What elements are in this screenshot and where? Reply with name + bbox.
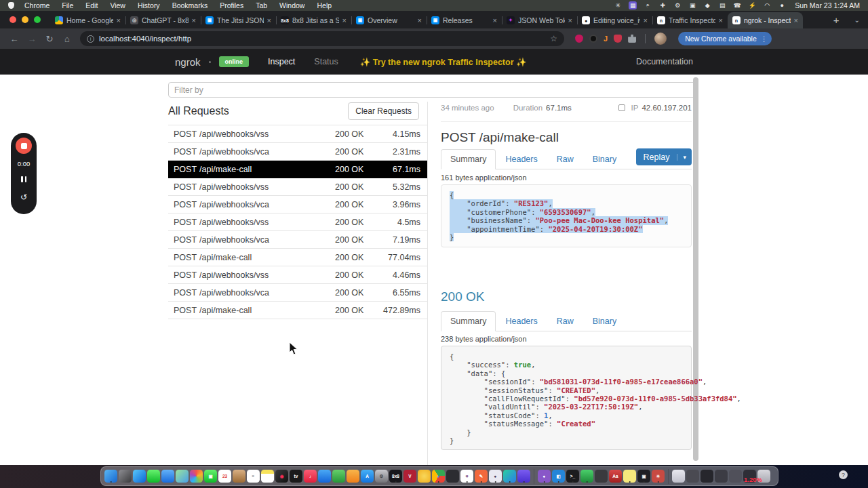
- pen-app-dock-icon[interactable]: ✎: [475, 470, 488, 483]
- launchpad-dock-icon[interactable]: [119, 470, 132, 483]
- cube-app-dock-icon[interactable]: ▣: [637, 470, 650, 483]
- bookmark-star-icon[interactable]: [550, 34, 557, 43]
- extension-shield-icon[interactable]: [614, 35, 622, 43]
- request-row[interactable]: POST /api/make-call 200 OK 472.89ms: [168, 302, 427, 319]
- browser-tab[interactable]: ▣ Overview: [351, 12, 427, 28]
- calendar-dock-icon[interactable]: 23: [218, 470, 231, 483]
- pages-dock-icon[interactable]: [347, 470, 359, 483]
- tab-close-icon[interactable]: [493, 17, 497, 24]
- menu-item[interactable]: Profiles: [214, 1, 250, 9]
- recorder-pause-button[interactable]: [21, 176, 26, 182]
- control-center-status-icon[interactable]: ●: [778, 1, 786, 9]
- maps-dock-icon[interactable]: [176, 470, 189, 483]
- replay-button[interactable]: Replay: [636, 148, 692, 165]
- browser-tab[interactable]: Home - Google D: [50, 12, 125, 28]
- request-row[interactable]: POST /api/webhooks/vca 200 OK 7.19ms: [168, 231, 427, 249]
- screen-share-status-icon[interactable]: ▦: [629, 1, 637, 9]
- fitness-dock-icon[interactable]: ◉: [275, 470, 288, 483]
- safari-dock-icon[interactable]: [133, 470, 146, 483]
- minimized-window-2-dock-icon[interactable]: [701, 470, 713, 483]
- facetime-dock-icon[interactable]: ▣: [204, 470, 217, 483]
- nav-status-link[interactable]: Status: [314, 57, 338, 66]
- browser-tab[interactable]: 8x8 8x8 Jitsi as a Ser: [276, 12, 351, 28]
- back-icon[interactable]: ←: [7, 34, 22, 44]
- terminal-dock-icon[interactable]: >_: [566, 470, 579, 483]
- forward-icon[interactable]: →: [24, 34, 39, 44]
- chrome-dock-icon[interactable]: ●: [432, 470, 445, 483]
- tab-close-icon[interactable]: [192, 17, 196, 24]
- minimize-window-button[interactable]: [22, 16, 28, 23]
- extensions-puzzle-icon[interactable]: [628, 35, 636, 43]
- tab-close-icon[interactable]: [568, 17, 572, 24]
- extension-j-icon[interactable]: J: [604, 35, 608, 43]
- numbers-dock-icon[interactable]: [332, 470, 345, 483]
- mail-dock-icon[interactable]: [161, 470, 174, 483]
- edge-dock-icon[interactable]: [503, 470, 516, 483]
- tab-close-icon[interactable]: [794, 17, 798, 24]
- music-dock-icon[interactable]: ♪: [304, 470, 317, 483]
- menu-item[interactable]: Help: [311, 1, 338, 9]
- traffic-inspector-promo-link[interactable]: ✨ Try the new ngrok Traffic Inspector ✨: [360, 57, 527, 67]
- menu-item[interactable]: Tab: [250, 1, 273, 9]
- request-row[interactable]: POST /api/webhooks/vss 200 OK 4.5ms: [168, 214, 427, 231]
- window-grid-status-icon[interactable]: ▤: [718, 1, 726, 9]
- tab-close-icon[interactable]: [719, 17, 723, 24]
- contacts-dock-icon[interactable]: [233, 470, 245, 483]
- apple-tv-dock-icon[interactable]: tv: [290, 470, 302, 483]
- maximize-window-button[interactable]: [34, 16, 41, 23]
- browser-tab[interactable]: ▣ Releases: [427, 12, 502, 28]
- screen-recorder-dock-icon[interactable]: ✳: [652, 470, 665, 483]
- diamond-status-icon[interactable]: ◆: [703, 1, 711, 9]
- request-detail-tab[interactable]: Raw: [547, 149, 583, 169]
- green-app-dock-icon[interactable]: [580, 470, 593, 483]
- browser-tab[interactable]: n ngrok - Inspect: [728, 12, 803, 28]
- page-scrollbar[interactable]: [693, 77, 698, 461]
- request-row[interactable]: POST /api/webhooks/vca 200 OK 3.96ms: [168, 196, 427, 214]
- tab-search-chevron-icon[interactable]: [846, 16, 868, 24]
- vscode-dock-icon[interactable]: ◧: [552, 470, 565, 483]
- dock-icon[interactable]: [668, 469, 669, 484]
- github-dock-icon[interactable]: ●: [538, 470, 551, 483]
- minimized-window-3-dock-icon[interactable]: [715, 470, 728, 483]
- request-row[interactable]: POST /api/webhooks/vca 200 OK 6.55ms: [168, 284, 427, 302]
- snowflake-status-icon[interactable]: ✳: [614, 1, 622, 9]
- tab-close-icon[interactable]: [644, 17, 648, 24]
- battery-status-icon[interactable]: ⚡: [748, 1, 756, 9]
- response-detail-tab[interactable]: Raw: [547, 311, 583, 331]
- menu-item[interactable]: File: [56, 1, 79, 9]
- dictionary-dock-icon[interactable]: Aa: [609, 470, 622, 483]
- hand-app-dock-icon[interactable]: [418, 470, 431, 483]
- help-button[interactable]: ?: [839, 470, 848, 479]
- phone-status-icon[interactable]: ☎: [733, 1, 741, 9]
- slack-dock-icon[interactable]: ⌗: [460, 470, 473, 483]
- stickies-dock-icon[interactable]: [623, 470, 636, 483]
- chrome-update-button[interactable]: New Chrome available: [678, 32, 772, 45]
- site-info-icon[interactable]: [87, 35, 94, 43]
- nav-inspect-link[interactable]: Inspect: [268, 57, 295, 66]
- documentation-link[interactable]: Documentation: [636, 57, 693, 66]
- response-detail-tab[interactable]: Binary: [583, 311, 626, 331]
- extension-circle-icon[interactable]: [589, 35, 597, 43]
- new-tab-button[interactable]: [827, 14, 846, 26]
- finder-dock-icon[interactable]: [104, 470, 117, 483]
- replay-dropdown-caret-icon[interactable]: [677, 154, 692, 161]
- menu-item[interactable]: Chrome: [18, 1, 56, 9]
- menu-item[interactable]: Bookmarks: [166, 1, 214, 9]
- tab-close-icon[interactable]: [418, 17, 422, 24]
- url-text[interactable]: localhost:4040/inspect/http: [99, 35, 545, 43]
- home-icon[interactable]: ⌂: [60, 34, 75, 44]
- profile-avatar[interactable]: [654, 33, 667, 45]
- keynote-dock-icon[interactable]: [318, 470, 331, 483]
- reminders-dock-icon[interactable]: ≡: [247, 470, 260, 483]
- apple-menu-icon[interactable]: [8, 2, 14, 9]
- browser-tab[interactable]: ▣ The Jitsi JSON W: [201, 12, 276, 28]
- downloads-folder-dock-icon[interactable]: [672, 470, 685, 483]
- messages-dock-icon[interactable]: [147, 470, 160, 483]
- reload-icon[interactable]: ↻: [42, 34, 57, 44]
- request-row[interactable]: POST /api/webhooks/vss 200 OK 4.15ms: [168, 125, 427, 143]
- extension-drop-icon[interactable]: [575, 35, 583, 43]
- dock-icon[interactable]: [534, 469, 534, 484]
- app-store-dock-icon[interactable]: A: [361, 470, 374, 483]
- ngrok-logo[interactable]: ngrok: [175, 56, 201, 68]
- request-row[interactable]: POST /api/webhooks/vca 200 OK 2.31ms: [168, 143, 427, 161]
